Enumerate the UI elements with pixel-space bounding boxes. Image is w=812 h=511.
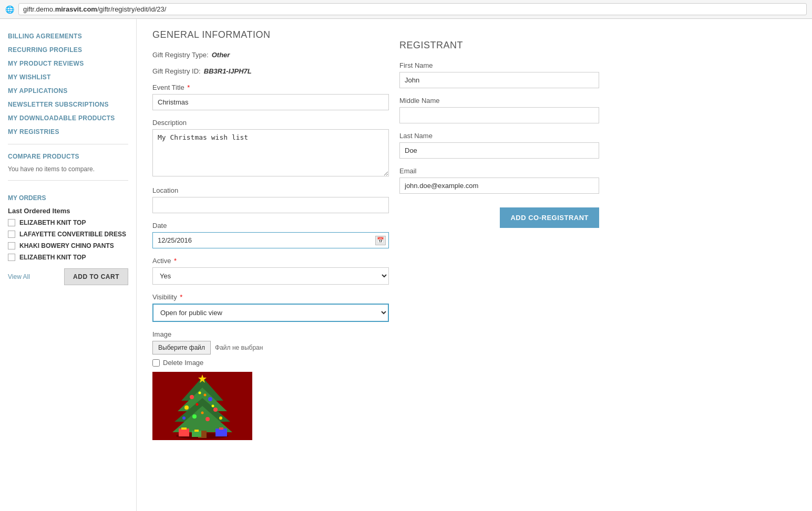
registry-type-value: Other (212, 51, 230, 59)
order-checkbox-4[interactable] (8, 254, 15, 261)
svg-point-18 (196, 403, 199, 406)
sidebar-item-billing-agreements[interactable]: BILLING AGREEMENTS (8, 29, 128, 43)
svg-rect-21 (179, 429, 189, 436)
svg-point-12 (192, 414, 197, 419)
svg-point-17 (204, 394, 207, 397)
date-row: Date 📅 (152, 222, 389, 248)
file-input-row: Выберите файл Файл не выбран (152, 341, 389, 354)
email-row: Email (399, 167, 599, 194)
active-row: Active * Yes No (152, 257, 389, 285)
order-checkbox-3[interactable] (8, 242, 15, 249)
general-info-title: GENERAL INFORMATION (152, 29, 389, 40)
visibility-select[interactable]: Open for public view Share with friends … (152, 304, 389, 322)
svg-point-8 (190, 395, 194, 399)
first-name-row: First Name (399, 61, 599, 88)
christmas-tree-image (152, 372, 252, 440)
active-label: Active * (152, 257, 389, 265)
date-input[interactable] (152, 232, 389, 248)
svg-rect-22 (181, 427, 187, 430)
last-name-row: Last Name (399, 132, 599, 159)
registrant-title: REGISTRANT (399, 40, 599, 51)
url-bar[interactable]: giftr.demo.mirasvit.com/giftr/registry/e… (18, 3, 807, 15)
main-content: GENERAL INFORMATION Gift Registry Type: … (137, 19, 812, 511)
file-name-text: Файл не выбран (215, 344, 263, 351)
registry-id-row: Gift Registry ID: BB3R1-IJPH7L (152, 67, 389, 75)
sidebar-item-downloadable[interactable]: MY DOWNLOADABLE PRODUCTS (8, 111, 128, 125)
location-input[interactable] (152, 197, 389, 213)
sidebar-item-newsletter[interactable]: NEWSLETTER SUBSCRIPTIONS (8, 98, 128, 111)
registry-id-label: Gift Registry ID: (152, 67, 201, 75)
event-title-label: Event Title * (152, 84, 389, 91)
svg-point-11 (213, 408, 218, 412)
order-item-name-3: KHAKI BOWERY CHINO PANTS (19, 242, 114, 249)
sidebar-item-applications[interactable]: MY APPLICATIONS (8, 84, 128, 98)
location-label: Location (152, 186, 389, 194)
registry-id-value: BB3R1-IJPH7L (204, 67, 252, 75)
registry-type-label: Gift Registry Type: (152, 51, 209, 59)
location-row: Location (152, 186, 389, 213)
svg-point-19 (212, 405, 214, 408)
svg-point-9 (208, 397, 212, 401)
image-row: Image Выберите файл Файл не выбран Delet… (152, 330, 389, 440)
visibility-row: Visibility * Open for public view Share … (152, 293, 389, 322)
event-title-row: Event Title * (152, 84, 389, 110)
svg-point-14 (219, 416, 222, 420)
general-information-section: GENERAL INFORMATION Gift Registry Type: … (152, 29, 389, 449)
sidebar-item-product-reviews[interactable]: MY PRODUCT REVIEWS (8, 57, 128, 70)
required-star: * (186, 84, 190, 91)
order-item: ELIZABETH KNIT TOP (8, 252, 128, 263)
add-coregistrant-button[interactable]: ADD CO-REGISTRANT (500, 207, 599, 228)
first-name-label: First Name (399, 61, 599, 69)
active-select[interactable]: Yes No (152, 267, 389, 285)
description-label: Description (152, 119, 389, 127)
visibility-label: Visibility * (152, 293, 389, 301)
url-prefix: giftr.demo. (23, 5, 55, 13)
browser-bar: 🌐 giftr.demo.mirasvit.com/giftr/registry… (0, 0, 812, 19)
required-star: * (172, 257, 177, 265)
url-path: /giftr/registry/edit/id/23/ (97, 5, 167, 13)
date-input-wrapper: 📅 (152, 232, 389, 248)
email-label: Email (399, 167, 599, 175)
middle-name-row: Middle Name (399, 97, 599, 123)
delete-image-checkbox[interactable] (152, 359, 160, 367)
view-all-link[interactable]: View All (8, 273, 30, 280)
delete-image-label: Delete Image (163, 359, 203, 367)
globe-icon: 🌐 (5, 5, 14, 14)
svg-rect-23 (215, 429, 227, 436)
description-textarea[interactable]: My Christmas wish list (152, 129, 389, 176)
compare-title: COMPARE PRODUCTS (8, 150, 128, 163)
svg-point-13 (205, 417, 210, 421)
last-name-input[interactable] (399, 142, 599, 159)
sidebar-item-wishlist[interactable]: MY WISHLIST (8, 70, 128, 84)
sidebar-item-registries[interactable]: MY REGISTRIES (8, 125, 128, 139)
add-to-cart-button[interactable]: ADD TO CART (64, 268, 128, 285)
file-choose-button[interactable]: Выберите файл (152, 341, 211, 354)
email-input[interactable] (399, 178, 599, 194)
order-checkbox-2[interactable] (8, 231, 15, 238)
delete-image-row: Delete Image (152, 359, 389, 367)
registry-type-row: Gift Registry Type: Other (152, 51, 389, 59)
svg-point-10 (184, 405, 189, 410)
order-item: ELIZABETH KNIT TOP (8, 217, 128, 228)
sidebar-divider-2 (8, 180, 128, 181)
sidebar-divider-1 (8, 144, 128, 144)
order-item: LAFAYETTE CONVERTIBLE DRESS (8, 228, 128, 240)
middle-name-label: Middle Name (399, 97, 599, 105)
orders-title-link[interactable]: MY ORDERS (8, 191, 128, 205)
sidebar-item-recurring-profiles[interactable]: RECURRING PROFILES (8, 43, 128, 57)
last-name-label: Last Name (399, 132, 599, 140)
svg-point-15 (182, 416, 186, 420)
event-title-input[interactable] (152, 94, 389, 110)
order-checkbox-1[interactable] (8, 219, 15, 226)
order-item-name-2: LAFAYETTE CONVERTIBLE DRESS (19, 231, 126, 238)
first-name-input[interactable] (399, 72, 599, 88)
svg-rect-26 (194, 430, 199, 432)
order-item-name-4: ELIZABETH KNIT TOP (19, 254, 86, 261)
image-label: Image (152, 330, 389, 338)
order-item-name-1: ELIZABETH KNIT TOP (19, 219, 86, 226)
calendar-icon[interactable]: 📅 (375, 236, 386, 245)
view-all-row: View All ADD TO CART (8, 268, 128, 285)
description-row: Description My Christmas wish list (152, 119, 389, 178)
sidebar: BILLING AGREEMENTS RECURRING PROFILES MY… (0, 19, 137, 511)
middle-name-input[interactable] (399, 107, 599, 123)
